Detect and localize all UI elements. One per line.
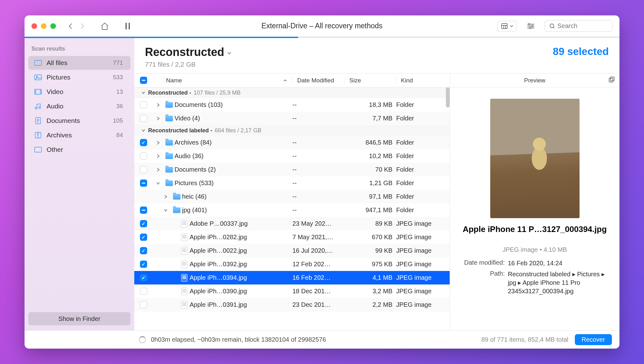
scan-progress-fill bbox=[25, 37, 298, 38]
row-date: 18 Dec 201… bbox=[292, 288, 345, 295]
row-checkbox[interactable] bbox=[140, 247, 147, 254]
row-checkbox[interactable] bbox=[140, 301, 147, 308]
sidebar-item-other[interactable]: Other bbox=[28, 143, 130, 157]
sidebar-item-all-files[interactable]: All files 771 bbox=[28, 56, 130, 70]
disclosure-chevron[interactable] bbox=[153, 181, 164, 185]
row-checkbox[interactable] bbox=[140, 101, 147, 108]
sidebar-item-documents[interactable]: Documents 105 bbox=[28, 114, 130, 128]
row-date: 23 May 202… bbox=[292, 220, 345, 227]
row-kind: JPEG image bbox=[396, 274, 450, 281]
pause-button[interactable] bbox=[125, 22, 131, 30]
sidebar-item-count: 84 bbox=[116, 132, 123, 139]
file-row[interactable]: Adobe P…00337.jpg 23 May 202… 89 KB JPEG… bbox=[134, 217, 450, 230]
maximize-button[interactable] bbox=[50, 23, 56, 29]
close-button[interactable] bbox=[31, 23, 37, 29]
selected-count[interactable]: 89 selected bbox=[553, 46, 609, 58]
settings-button[interactable] bbox=[526, 23, 535, 30]
folder-row[interactable]: jpg (401) -- 947,1 MB Folder bbox=[134, 203, 450, 217]
folder-icon bbox=[165, 167, 173, 173]
row-checkbox[interactable] bbox=[140, 139, 147, 146]
folder-row[interactable]: Archives (84) -- 846,5 MB Folder bbox=[134, 136, 450, 149]
row-checkbox[interactable] bbox=[140, 115, 147, 122]
row-date: 23 Dec 201… bbox=[292, 301, 345, 308]
window-title: External-Drive – All recovery methods bbox=[262, 22, 383, 30]
row-name: Pictures (533) bbox=[175, 179, 292, 187]
row-date: -- bbox=[292, 139, 345, 146]
row-checkbox[interactable] bbox=[140, 234, 147, 241]
documents-icon bbox=[34, 117, 42, 125]
search-box[interactable] bbox=[545, 20, 613, 32]
disclosure-chevron[interactable] bbox=[160, 195, 171, 199]
folder-row[interactable]: Video (4) -- 7,7 MB Folder bbox=[134, 112, 450, 125]
folder-row[interactable]: Audio (36) -- 10,2 MB Folder bbox=[134, 149, 450, 163]
folder-row[interactable]: Documents (2) -- 70 KB Folder bbox=[134, 163, 450, 176]
sidebar-item-audio[interactable]: Audio 36 bbox=[28, 99, 130, 113]
row-size: 10,2 MB bbox=[345, 152, 396, 160]
row-checkbox[interactable] bbox=[140, 220, 147, 227]
row-checkbox[interactable] bbox=[140, 274, 147, 281]
row-size: 99 KB bbox=[345, 247, 396, 254]
row-kind: Folder bbox=[396, 152, 450, 160]
main-title-text: Reconstructed bbox=[145, 46, 224, 59]
show-in-finder-button[interactable]: Show in Finder bbox=[28, 312, 130, 325]
disclosure-chevron[interactable] bbox=[160, 208, 171, 212]
row-checkbox[interactable] bbox=[140, 261, 147, 268]
sidebar-item-video[interactable]: Video 13 bbox=[28, 85, 130, 99]
group-row[interactable]: Reconstructed labeled - 664 files / 2,17… bbox=[134, 125, 450, 136]
column-size[interactable]: Size bbox=[345, 77, 396, 84]
sidebar-item-archives[interactable]: Archives 84 bbox=[28, 128, 130, 142]
disclosure-chevron[interactable] bbox=[153, 168, 164, 172]
row-name: Apple iPh…0282.jpg bbox=[190, 234, 292, 241]
select-all-checkbox[interactable] bbox=[140, 77, 147, 84]
column-kind[interactable]: Kind bbox=[396, 77, 450, 84]
selection-summary: 89 of 771 items, 852,4 MB total bbox=[481, 336, 569, 343]
row-kind: Folder bbox=[396, 166, 450, 173]
row-date: 12 Feb 202… bbox=[292, 261, 345, 268]
disclosure-chevron[interactable] bbox=[153, 116, 164, 121]
file-list[interactable]: Reconstructed - 107 files / 25,9 MB Docu… bbox=[134, 87, 450, 330]
scan-status: 0h03m elapsed, ~0h03m remain, block 1382… bbox=[151, 336, 481, 343]
folder-row[interactable]: Pictures (533) -- 1,21 GB Folder bbox=[134, 176, 450, 190]
sidebar-item-label: Pictures bbox=[47, 74, 113, 81]
svg-point-1 bbox=[529, 23, 530, 25]
archives-icon bbox=[34, 131, 42, 139]
disclosure-chevron[interactable] bbox=[153, 154, 164, 158]
row-checkbox[interactable] bbox=[140, 288, 147, 295]
file-row[interactable]: Apple iPh…0282.jpg 7 May 2021,… 670 KB J… bbox=[134, 230, 450, 244]
scrollbar[interactable] bbox=[446, 87, 450, 108]
sidebar-item-label: All files bbox=[47, 59, 113, 67]
file-row[interactable]: Apple iPh…0392.jpg 12 Feb 202… 975 KB JP… bbox=[134, 257, 450, 271]
sidebar-item-pictures[interactable]: Pictures 533 bbox=[28, 70, 130, 84]
file-row[interactable]: Apple iPh…0390.jpg 18 Dec 201… 3,2 MB JP… bbox=[134, 284, 450, 298]
disclosure-chevron[interactable] bbox=[153, 103, 164, 107]
view-mode-button[interactable] bbox=[497, 21, 517, 31]
row-size: 3,2 MB bbox=[345, 288, 396, 295]
file-row[interactable]: Apple iPh…0022.jpg 16 Jul 2020,… 99 KB J… bbox=[134, 244, 450, 257]
minimize-button[interactable] bbox=[41, 23, 47, 29]
row-checkbox[interactable] bbox=[140, 166, 147, 173]
other-icon bbox=[34, 146, 42, 154]
column-date[interactable]: Date Modified bbox=[292, 77, 345, 84]
chevron-down-icon bbox=[141, 91, 146, 95]
nav-back-button[interactable] bbox=[68, 23, 73, 29]
recover-button[interactable]: Recover bbox=[575, 334, 612, 345]
column-name[interactable]: Name bbox=[164, 77, 292, 84]
disclosure-chevron[interactable] bbox=[153, 141, 164, 145]
preview-popout-button[interactable] bbox=[608, 76, 614, 84]
folder-row[interactable]: heic (46) -- 97,1 MB Folder bbox=[134, 190, 450, 203]
row-checkbox[interactable] bbox=[140, 152, 147, 160]
home-button[interactable] bbox=[100, 22, 109, 30]
main-title[interactable]: Reconstructed bbox=[145, 46, 232, 59]
folder-row[interactable]: Documents (103) -- 18,3 MB Folder bbox=[134, 98, 450, 112]
row-size: 7,7 MB bbox=[345, 115, 396, 122]
row-name: Apple iPh…0391.jpg bbox=[190, 301, 292, 308]
row-checkbox[interactable] bbox=[140, 179, 147, 187]
row-checkbox[interactable] bbox=[140, 207, 147, 214]
file-row[interactable]: Apple iPh…0391.jpg 23 Dec 201… 2,2 MB JP… bbox=[134, 298, 450, 312]
search-input[interactable] bbox=[558, 22, 608, 30]
file-row[interactable]: Apple iPh…0394.jpg 16 Feb 202… 4,1 MB JP… bbox=[134, 271, 450, 284]
row-size: 1,21 GB bbox=[345, 179, 396, 187]
row-size: 846,5 MB bbox=[345, 139, 396, 146]
group-row[interactable]: Reconstructed - 107 files / 25,9 MB bbox=[134, 87, 450, 98]
nav-forward-button[interactable] bbox=[80, 23, 85, 29]
